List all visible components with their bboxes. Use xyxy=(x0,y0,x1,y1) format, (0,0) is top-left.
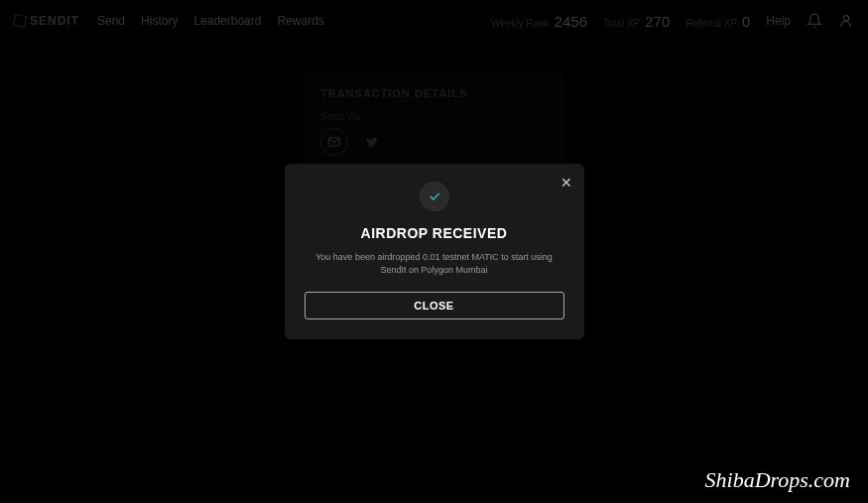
airdrop-modal: ✕ AIRDROP RECEIVED You have been airdrop… xyxy=(285,164,584,339)
close-button[interactable]: CLOSE xyxy=(305,292,564,319)
modal-body: You have been airdropped 0.01 testnet MA… xyxy=(305,251,564,276)
modal-title: AIRDROP RECEIVED xyxy=(305,225,564,241)
watermark: ShibaDrops.com xyxy=(705,467,850,493)
check-circle-icon xyxy=(420,182,449,211)
close-icon[interactable]: ✕ xyxy=(560,176,572,189)
modal-overlay: ✕ AIRDROP RECEIVED You have been airdrop… xyxy=(0,0,868,503)
